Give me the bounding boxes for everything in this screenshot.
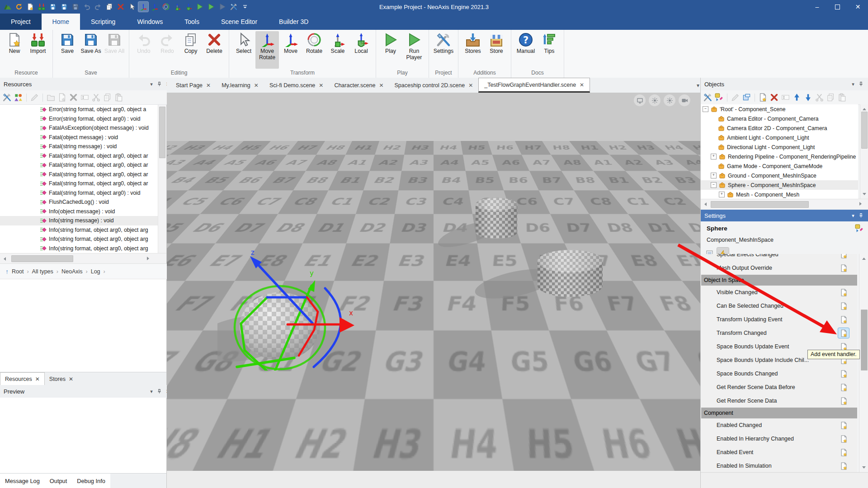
copy-button[interactable]: Copy [179,31,203,69]
move-down-button[interactable] [804,93,812,102]
lighting-button[interactable] [649,94,660,106]
resource-tree-item[interactable]: Info(string message) : void [0,216,158,225]
menu-tab-home[interactable]: Home [42,14,80,30]
save-as-button[interactable] [59,2,69,12]
tips-button[interactable]: Tips [538,31,561,69]
add-event-handler-button[interactable] [838,396,849,406]
cut-button[interactable] [92,93,100,102]
redo-button[interactable] [93,2,103,12]
resource-tree-item[interactable]: Error(string format, object arg0) : void [0,114,158,124]
play-button[interactable] [195,2,205,12]
undo-button[interactable]: Undo [132,31,156,69]
cut-button[interactable] [815,93,824,102]
close-tab-icon[interactable]: ✕ [468,82,473,89]
camera-button[interactable] [679,94,690,106]
collapse-icon[interactable]: − [711,182,717,188]
minimize-button[interactable]: – [807,0,827,14]
import-button[interactable] [37,2,47,12]
component-actions-icon[interactable] [855,224,863,233]
panel-menu-icon[interactable]: ▾ [150,81,153,87]
move-button[interactable]: Move [279,31,302,69]
delete-button[interactable]: Delete [203,31,226,69]
sphere-object[interactable] [240,292,320,360]
resource-tree-item[interactable]: Fatal(string format, object arg0, object… [0,151,158,161]
edit-button[interactable] [30,93,39,102]
collapse-icon[interactable]: − [703,106,708,112]
tools-button[interactable] [229,2,239,12]
bottom-tab-output[interactable]: Output [45,474,72,488]
resource-tree-item[interactable]: Info(object message) : void [0,207,158,216]
close-tab-icon[interactable]: ✕ [69,376,73,382]
run-player-button[interactable]: Run Player [402,31,426,69]
document-tab[interactable]: Start Page✕ [170,78,216,93]
breadcrumb-up-icon[interactable]: ↑ [5,268,9,275]
move-rotate-button[interactable]: Move Rotate [255,31,279,69]
new-resource-button[interactable] [25,2,35,12]
add-event-handler-button[interactable] [838,447,849,457]
redo-button[interactable]: Redo [156,31,179,69]
edit-button[interactable] [731,93,740,102]
save-all-button[interactable]: Save All [103,31,126,69]
object-tree-item[interactable]: −'Root' - Component_Scene [701,104,858,114]
breadcrumb-item[interactable]: Root [12,268,24,275]
import-button[interactable]: Import [26,31,50,69]
object-tree-item[interactable]: Directional Light - Component_Light [701,142,858,152]
document-tab[interactable]: _TestFlowGraphEventHandler.scene✕ [478,78,590,93]
settings-vertical-scrollbar[interactable] [859,254,868,472]
menu-tab-project[interactable]: Project [0,14,42,30]
select-tool-button[interactable] [127,2,137,12]
menu-tab-scene-editor[interactable]: Scene Editor [210,14,268,30]
options-button[interactable] [703,93,712,102]
resource-tree-item[interactable]: FatalAsException(object message) : void [0,123,158,133]
move-rotate-tool-button[interactable] [138,2,148,12]
display-mode-button[interactable] [634,94,646,106]
add-event-handler-button[interactable] [838,369,849,379]
sort-button[interactable] [14,93,23,102]
save-button[interactable]: Save [56,31,79,69]
save-all-button[interactable] [71,2,80,12]
menu-tab-windows[interactable]: Windows [126,14,174,30]
dock-tab-resources[interactable]: Resources✕ [0,372,45,385]
scene-viewport[interactable]: H1H2H3H4H5H6H7H8H1H2H3H4H5H6H7H8H1H2H3H4… [167,93,700,471]
copy-button[interactable] [104,2,114,12]
resource-tree-item[interactable]: Info(string format, object arg0, object … [0,225,158,235]
rename-button[interactable] [781,93,790,102]
undo-button[interactable] [82,2,92,12]
add-event-handler-button[interactable] [838,328,849,338]
copy-item-button[interactable] [103,93,112,102]
close-tab-icon[interactable]: ✕ [254,82,259,89]
close-tab-icon[interactable]: ✕ [319,82,323,89]
add-event-handler-button[interactable] [838,434,849,444]
resource-tree-item[interactable]: Info(string format, object arg0, object … [0,244,158,253]
move-tool-button[interactable] [150,2,160,12]
scale-tool-button[interactable] [172,2,182,12]
transform-gizmo[interactable]: z y x [217,249,367,371]
options-button[interactable] [3,93,11,102]
expand-icon[interactable]: + [711,154,717,160]
close-tab-icon[interactable]: ✕ [206,82,211,89]
pin-icon[interactable] [858,81,864,87]
brightness-button[interactable] [664,94,675,106]
create-component-button[interactable] [715,93,723,102]
rotate-tool-button[interactable] [161,2,171,12]
menu-tab-scripting[interactable]: Scripting [80,14,126,30]
new-item-button[interactable] [58,93,66,102]
settings-button[interactable]: Settings [432,31,455,69]
document-tab[interactable]: My.learning✕ [216,78,264,93]
select-button[interactable]: Select [232,31,255,69]
pin-icon[interactable] [156,81,162,87]
scale-button[interactable]: Scale [326,31,349,69]
object-tree-item[interactable]: Game Mode - Component_GameMode [701,161,858,171]
menu-tab-builder-3d[interactable]: Builder 3D [268,14,319,30]
panel-menu-icon[interactable]: ▾ [852,213,854,219]
paste-button[interactable] [838,93,846,102]
objects-horizontal-scrollbar[interactable] [701,199,868,209]
add-event-handler-button[interactable] [838,263,849,273]
add-event-handler-button[interactable] [838,254,849,259]
open-in-window-button[interactable] [742,93,751,102]
resource-tree-item[interactable]: Info(string format, object arg0, object … [0,235,158,244]
rotate-button[interactable]: Rotate [302,31,326,69]
dock-tab-stores[interactable]: Stores✕ [45,372,78,385]
close-tab-icon[interactable]: ✕ [379,82,383,89]
close-tab-icon[interactable]: ✕ [35,376,40,382]
